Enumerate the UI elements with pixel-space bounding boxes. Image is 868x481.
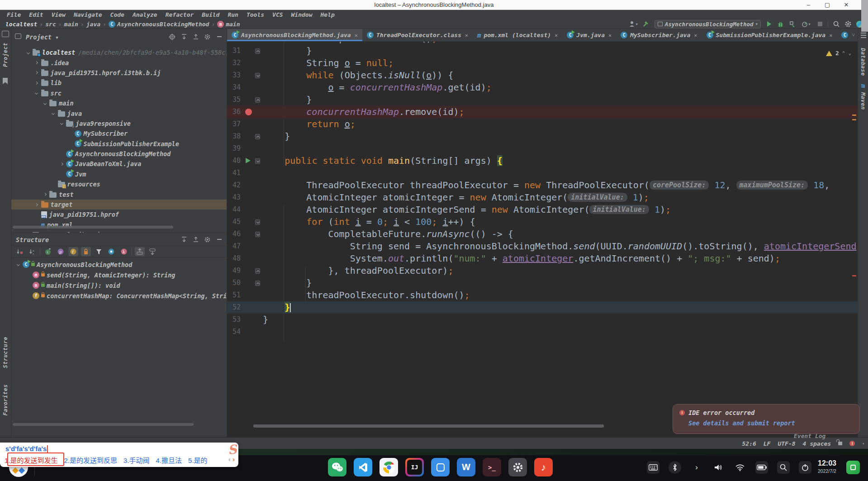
- collapse-all-icon[interactable]: [147, 247, 157, 256]
- profiler-icon[interactable]: ▾: [800, 20, 812, 28]
- fold-marker-icon[interactable]: [255, 281, 260, 286]
- code-line-48[interactable]: 48 System.out.println("num:" + atomicInt…: [227, 252, 858, 265]
- breadcrumb-item[interactable]: AsynchronousBlockingMethod: [117, 21, 209, 28]
- code-line-53[interactable]: 53}: [227, 314, 858, 326]
- tree-expander[interactable]: [33, 60, 40, 66]
- breadcrumb-item[interactable]: java: [86, 21, 100, 28]
- code-line-52[interactable]: 52 }: [227, 301, 858, 314]
- tree-expander[interactable]: [42, 191, 48, 198]
- structure-item[interactable]: msend(String, AtomicInteger): String: [11, 270, 227, 280]
- tab-close-icon[interactable]: ✕: [608, 32, 612, 38]
- code-line-35[interactable]: 35 }: [227, 94, 858, 106]
- code-line-44[interactable]: 44 AtomicInteger atomicIntegerSend = new…: [227, 204, 858, 216]
- locate-icon[interactable]: [168, 33, 176, 40]
- bookmark-icon[interactable]: [3, 78, 8, 84]
- debug-icon[interactable]: [777, 20, 784, 28]
- tree-expander[interactable]: [33, 70, 40, 76]
- screenshot-tool-icon[interactable]: [846, 461, 860, 474]
- chevron-icon[interactable]: ▾: [862, 442, 864, 446]
- editor-tab-threadpoolexecutor-class[interactable]: CThreadPoolExecutor.class✕: [362, 29, 473, 41]
- code-line-47[interactable]: 47 String send = AsynchronousBlockingMet…: [227, 240, 858, 252]
- code-line-32[interactable]: 32 String o = null;: [227, 57, 858, 69]
- maximize-icon[interactable]: ▢: [823, 1, 831, 9]
- tab-close-icon[interactable]: ✕: [465, 32, 468, 38]
- app-settings-icon[interactable]: [508, 458, 527, 476]
- tree-expander[interactable]: [33, 80, 40, 86]
- menu-window[interactable]: Window: [287, 11, 317, 18]
- fold-marker-icon[interactable]: [255, 97, 260, 103]
- tree-item-jvm[interactable]: CJvm: [11, 169, 227, 179]
- collapse-all-icon[interactable]: [192, 236, 199, 243]
- code-line-43[interactable]: 43 AtomicInteger atomicInteger = new Ato…: [227, 191, 858, 204]
- tray-chevron-icon[interactable]: ›: [690, 461, 703, 474]
- run-config-select[interactable]: AsynchronousBlockingMethod▾: [655, 20, 761, 29]
- tree-expander[interactable]: [33, 90, 40, 96]
- tab-close-icon[interactable]: ✕: [355, 32, 358, 38]
- code-line-39[interactable]: 39: [227, 143, 858, 155]
- structure-item[interactable]: fconcurrentHashMap: ConcurrentHashMap<St…: [11, 291, 227, 301]
- tree-item-java[interactable]: java: [11, 108, 227, 118]
- search-icon[interactable]: [832, 20, 840, 28]
- inspections-widget[interactable]: 2 ⌃ ⌄: [826, 50, 851, 57]
- filter-icon[interactable]: [94, 247, 104, 256]
- ime-candidate-5[interactable]: 5.是的: [188, 455, 208, 465]
- tree-item-java9responsive[interactable]: java9responsive: [11, 119, 227, 129]
- fold-marker-icon[interactable]: [255, 73, 260, 78]
- tree-expander[interactable]: [50, 110, 57, 117]
- gear-icon[interactable]: [204, 33, 211, 40]
- menu-edit[interactable]: Edit: [25, 11, 47, 18]
- status-4-spaces[interactable]: 4 spaces: [803, 440, 831, 447]
- hide-icon[interactable]: [215, 33, 223, 40]
- fold-marker-icon[interactable]: [255, 48, 260, 54]
- menu-vcs[interactable]: VCS: [268, 11, 287, 18]
- tree-item-submissionpublisherexample[interactable]: CSubmissionPublisherExample: [11, 139, 227, 149]
- user-dropdown-icon[interactable]: ▾: [628, 20, 639, 28]
- app-devtool-icon[interactable]: [431, 458, 450, 476]
- ime-candidate-4[interactable]: 4.撒旦法: [156, 455, 182, 465]
- taskbar-clock[interactable]: 12:03 2022/7/2: [818, 459, 836, 474]
- breadcrumb-item[interactable]: localtest: [5, 21, 37, 28]
- prev-warning-icon[interactable]: ⌃: [842, 50, 845, 56]
- tray-keyboard-icon[interactable]: [647, 461, 659, 474]
- show-properties-icon[interactable]: p: [56, 247, 66, 256]
- tree-expander[interactable]: [58, 120, 65, 127]
- editor-tab-asynchronousblockingmethod-java[interactable]: CAsynchronousBlockingMethod.java✕: [227, 29, 362, 41]
- project-panel-title[interactable]: Project ▾: [26, 33, 59, 41]
- app-wps-icon[interactable]: W: [457, 458, 475, 476]
- app-idea-icon[interactable]: IJ: [405, 458, 424, 476]
- scrollbar-mark[interactable]: [852, 114, 856, 116]
- tray-wifi-icon[interactable]: [734, 461, 746, 474]
- menu-view[interactable]: View: [47, 11, 70, 18]
- code-line-33[interactable]: 33 while (Objects.isNull(o)) {: [227, 69, 858, 81]
- tree-item-resources[interactable]: resources: [11, 179, 227, 189]
- status-52-6[interactable]: 52:6: [742, 440, 756, 447]
- tree-item-lib[interactable]: lib: [11, 78, 227, 88]
- notification-link[interactable]: See details and submit report: [688, 419, 853, 427]
- code-line-31[interactable]: 31 }: [227, 45, 858, 57]
- sort-visibility-icon[interactable]: [14, 247, 24, 256]
- sidebar-item-favorites[interactable]: Favorites: [2, 384, 9, 416]
- menu-code[interactable]: Code: [106, 11, 128, 18]
- code-line-40[interactable]: 40 public static void main(String[] args…: [227, 155, 858, 167]
- tray-volume-icon[interactable]: [712, 461, 725, 474]
- tree-item-main[interactable]: main: [11, 98, 227, 108]
- tree-item-target[interactable]: target: [11, 200, 227, 210]
- status-utf-8[interactable]: UTF-8: [778, 440, 795, 447]
- code-line-50[interactable]: 50 }: [227, 277, 858, 289]
- code-line-42[interactable]: 42 ThreadPoolExecutor threadPoolExecutor…: [227, 179, 858, 191]
- structure-item[interactable]: mmain(String[]): void: [11, 280, 227, 291]
- tree-item-mysubscriber[interactable]: CMySubscriber: [11, 129, 227, 138]
- unlock-icon[interactable]: [838, 442, 842, 445]
- breakpoint-icon[interactable]: [245, 109, 252, 115]
- gear-icon[interactable]: [204, 236, 211, 243]
- breadcrumb-item[interactable]: src: [45, 21, 56, 28]
- tree-item-src[interactable]: src: [11, 88, 227, 98]
- fold-marker-icon[interactable]: [255, 158, 260, 164]
- code-area[interactable]: 30 e.printStackTrace();31 }32 String o =…: [227, 29, 858, 338]
- tree-item-java-pid19751-hprof-i3tbk-b-ij[interactable]: java_pid19751.hprof.i3tbk.b.ij: [11, 68, 227, 78]
- expand-all-icon[interactable]: [135, 247, 145, 256]
- menu-help[interactable]: Help: [317, 11, 339, 18]
- expand-all-icon[interactable]: [180, 33, 188, 40]
- menu-run[interactable]: Run: [223, 11, 242, 18]
- build-icon[interactable]: [643, 20, 650, 28]
